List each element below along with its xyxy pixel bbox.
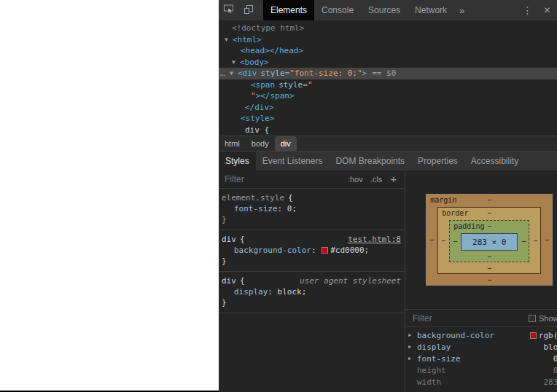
inspect-cursor-icon [223,4,234,17]
console-reference-badge: == $0 [372,68,396,78]
computed-property-row[interactable]: ▶ display block [405,341,557,353]
css-property-row[interactable]: display: block; [222,286,401,297]
styles-filter-input[interactable] [222,174,339,184]
tree-line-div-close[interactable]: </div> [219,102,557,114]
browser-page-content [0,0,219,392]
computed-property-row[interactable]: height 0px [405,364,557,376]
node-options-dots[interactable]: … [220,68,230,79]
expand-arrow-icon[interactable]: ▼ [225,34,233,46]
checkbox-icon [529,315,536,322]
box-model-border[interactable]: border − − − − padding − − − − 283 × 0 [437,207,541,274]
breadcrumb-body[interactable]: body [246,136,275,151]
close-icon[interactable]: ✕ [537,0,557,20]
css-property-row[interactable]: background-color: #cd0000; [222,245,401,256]
css-property-row[interactable]: font-size: 0; [222,203,401,214]
tree-line-head[interactable]: <head></head> [219,45,557,57]
tree-line-style-open[interactable]: <style> [219,113,557,125]
styles-filter-row: :hov .cls + [219,170,405,189]
computed-properties-list: ▶ background-color rgb(2… ▶ display bloc… [405,327,557,388]
tree-line-body[interactable]: ▼<body> [219,57,557,68]
expand-arrow-icon[interactable]: ▶ [408,344,417,350]
devtools-menu-icon[interactable]: ⋮ [518,0,537,20]
breadcrumb-html[interactable]: html [219,136,246,151]
color-swatch[interactable] [322,247,328,254]
show-all-checkbox[interactable]: Show all [529,314,557,323]
computed-property-row[interactable]: ▶ font-size 0px [405,353,557,364]
sidebar-tab-bar: Styles Event Listeners DOM Breakpoints P… [219,151,557,170]
computed-property-row[interactable]: ▶ background-color rgb(2… [405,329,557,341]
padding-label: padding [453,222,484,230]
toggle-element-classes-button[interactable]: .cls [367,173,386,185]
stylesheet-source-link[interactable]: test.html:8 [348,234,401,245]
rule-selector[interactable]: element.style [222,192,284,203]
expand-arrow-icon[interactable]: ▼ [230,68,238,79]
border-label: border [442,209,468,217]
tab-dom-breakpoints[interactable]: DOM Breakpoints [329,152,411,170]
breadcrumb: html body div [219,136,557,151]
tree-line-html[interactable]: ▼<html> [219,34,557,46]
margin-label: margin [430,196,456,204]
computed-property-row[interactable]: width 283px [405,376,557,388]
tab-event-listeners[interactable]: Event Listeners [256,152,330,170]
user-agent-stylesheet-label: user agent stylesheet [300,275,401,286]
more-tabs-button[interactable]: » [454,0,470,20]
toolbar-spacer [470,0,518,20]
computed-filter-input[interactable] [410,313,529,324]
computed-sidebar: margin − − − − border − − − − padding − [405,170,557,392]
tab-sources[interactable]: Sources [361,0,408,20]
rule-selector[interactable]: div [222,275,236,286]
rule-selector[interactable]: div [222,234,236,245]
color-swatch[interactable] [530,332,537,339]
device-toolbar-button[interactable] [238,0,258,20]
devtools-toolbar: Elements Console Sources Network » ⋮ ✕ [219,0,557,20]
toggle-hover-state-button[interactable]: :hov [344,173,367,185]
box-model-margin[interactable]: margin − − − − border − − − − padding − [426,194,553,286]
tab-styles[interactable]: Styles [219,152,256,170]
tree-line-div-selected[interactable]: …▼<divstyle="font-size: 0;">== $0 [219,68,557,79]
box-model-content[interactable]: 283 × 0 [461,233,518,251]
tree-line-span-close[interactable]: "></span> [219,90,557,102]
tree-line-css-text[interactable]: div { [219,125,557,136]
tree-line-doctype[interactable]: <!doctype html> [219,23,557,34]
box-model-diagram: margin − − − − border − − − − padding − [405,170,557,309]
tab-console[interactable]: Console [314,0,361,20]
new-style-rule-button[interactable]: + [386,173,402,187]
dom-tree: <!doctype html> ▼<html> <head></head> ▼<… [219,20,557,136]
devtools-panel: Elements Console Sources Network » ⋮ ✕ <… [219,0,557,392]
styles-split: :hov .cls + element.style { font-size: 0… [219,170,557,392]
tab-network[interactable]: Network [408,0,454,20]
style-rule-div: div { test.html:8 background-color: #cd0… [219,230,405,272]
breadcrumb-div[interactable]: div [275,136,297,151]
inspect-element-button[interactable] [219,0,238,20]
style-rule-element-style: element.style { font-size: 0; } [219,189,405,230]
box-model-padding[interactable]: padding − − − − 283 × 0 [449,220,529,262]
device-toolbar-icon [244,4,254,17]
style-rule-user-agent: div { user agent stylesheet display: blo… [219,272,405,313]
tab-properties[interactable]: Properties [411,152,464,170]
styles-pane: :hov .cls + element.style { font-size: 0… [219,170,405,392]
computed-filter-row: Show all [405,309,557,327]
expand-arrow-icon[interactable]: ▶ [408,356,417,361]
expand-arrow-icon[interactable]: ▼ [232,57,240,68]
tab-accessibility[interactable]: Accessibility [464,152,525,170]
tree-line-span-open[interactable]: <spanstyle=" [219,79,557,91]
tab-elements[interactable]: Elements [263,0,314,20]
toolbar-divider [260,4,261,16]
expand-arrow-icon[interactable]: ▶ [408,332,417,338]
